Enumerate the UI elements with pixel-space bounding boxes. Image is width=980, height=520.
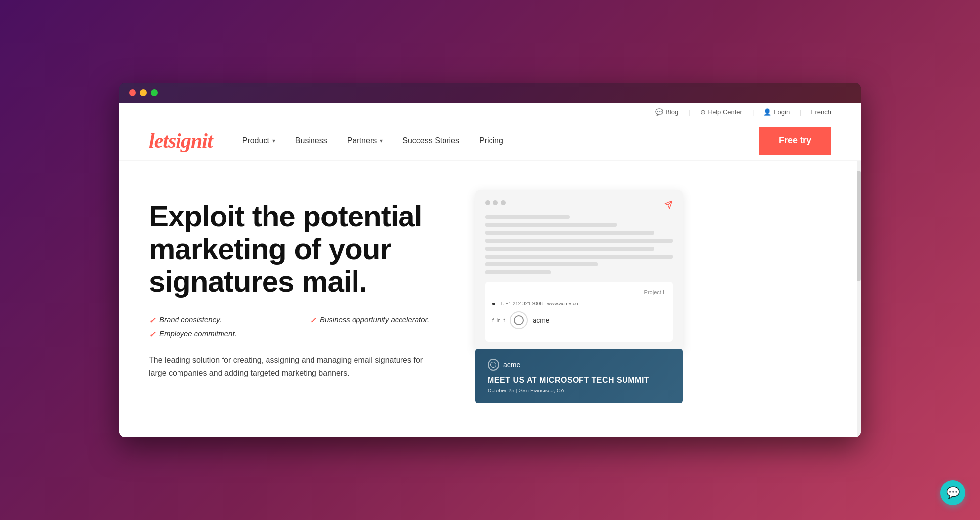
free-try-button[interactable]: Free try <box>759 127 831 155</box>
sig-project-label: — Project L <box>637 289 666 295</box>
email-window-dots <box>485 200 673 205</box>
sig-dot <box>492 303 495 305</box>
feature-employee-commitment: ✓ Employee commitment. <box>149 329 295 339</box>
product-label: Product <box>242 136 269 145</box>
browser-window: 💬 Blog | ⊙ Help Center | 👤 Login | Frenc… <box>119 83 861 437</box>
line-3 <box>485 239 673 243</box>
line-2 <box>485 231 654 235</box>
scrollbar[interactable] <box>857 161 861 437</box>
feature-brand-consistency: ✓ Brand consistency. <box>149 315 295 325</box>
banner-subtext: October 25 | San Francisco, CA <box>488 388 670 393</box>
chat-bubble-icon: 💬 <box>655 108 663 116</box>
banner-logo-text: acme <box>503 361 520 369</box>
product-chevron-icon: ▾ <box>272 137 275 144</box>
partners-label: Partners <box>347 136 377 145</box>
scrollbar-thumb <box>857 171 861 281</box>
line-subject <box>485 215 570 219</box>
separator-1: | <box>688 108 690 116</box>
nav-business[interactable]: Business <box>295 136 327 145</box>
success-stories-label: Success Stories <box>402 136 459 145</box>
hero-description: The leading solution for creating, assig… <box>149 354 426 379</box>
help-icon: ⊙ <box>700 108 706 116</box>
dot-3 <box>501 200 506 205</box>
hero-headline: Exploit the potential marketing of your … <box>149 200 455 298</box>
banner-logo-row: acme <box>488 359 670 371</box>
banner-content: acme MEET US AT MICROSOFT TECH SUMMIT Oc… <box>488 359 670 393</box>
sig-contact-text: T. +1 212 321 9008 - www.acme.co <box>500 301 578 306</box>
blog-label: Blog <box>666 108 678 116</box>
nav-success-stories[interactable]: Success Stories <box>402 136 459 145</box>
feature-3-text: Business opportunity accelerator. <box>320 315 429 324</box>
hero-features: ✓ Brand consistency. ✓ Business opportun… <box>149 315 455 339</box>
nav-cta: Free try <box>759 127 831 155</box>
check-icon-1: ✓ <box>149 316 155 325</box>
nav-partners[interactable]: Partners ▾ <box>347 136 383 145</box>
nav-pricing[interactable]: Pricing <box>479 136 503 145</box>
help-center-label: Help Center <box>708 108 742 116</box>
logo[interactable]: letsignit <box>149 130 213 151</box>
minimize-button[interactable] <box>140 89 147 96</box>
dot-1 <box>485 200 490 205</box>
check-icon-3: ✓ <box>310 316 316 325</box>
feature-business-opportunity: ✓ Business opportunity accelerator. <box>310 315 455 325</box>
pricing-label: Pricing <box>479 136 503 145</box>
business-label: Business <box>295 136 327 145</box>
nav-product[interactable]: Product ▾ <box>242 136 275 145</box>
chat-icon: 💬 <box>946 486 960 499</box>
line-7 <box>485 270 551 274</box>
sig-project-row: — Project L <box>492 289 666 295</box>
facebook-icon: f <box>492 318 494 323</box>
chat-button[interactable]: 💬 <box>940 480 965 505</box>
feature-2-text: Employee commitment. <box>159 329 237 338</box>
line-4 <box>485 247 654 251</box>
email-body-lines <box>485 215 673 274</box>
utility-bar: 💬 Blog | ⊙ Help Center | 👤 Login | Frenc… <box>119 103 861 121</box>
banner-mockup: acme MEET US AT MICROSOFT TECH SUMMIT Oc… <box>475 349 683 403</box>
sig-social-icons: f in t <box>492 318 505 323</box>
email-signature-area: — Project L T. +1 212 321 9008 - www.acm… <box>485 282 673 342</box>
user-icon: 👤 <box>763 108 771 116</box>
maximize-button[interactable] <box>151 89 158 96</box>
twitter-icon: t <box>504 318 505 323</box>
login-label: Login <box>774 108 790 116</box>
dot-2 <box>493 200 498 205</box>
sig-brand-name: acme <box>533 316 549 324</box>
login-link[interactable]: 👤 Login <box>763 108 790 116</box>
line-1 <box>485 223 617 227</box>
hero-section: Exploit the potential marketing of your … <box>119 161 861 437</box>
separator-2: | <box>752 108 754 116</box>
email-mockup: — Project L T. +1 212 321 9008 - www.acm… <box>475 190 683 351</box>
help-center-link[interactable]: ⊙ Help Center <box>700 108 742 116</box>
linkedin-icon: in <box>497 318 501 323</box>
blog-link[interactable]: 💬 Blog <box>655 108 678 116</box>
hero-content: Exploit the potential marketing of your … <box>149 190 455 379</box>
feature-1-text: Brand consistency. <box>159 315 222 324</box>
partners-chevron-icon: ▾ <box>380 137 383 144</box>
nav-links: Product ▾ Business Partners ▾ Success St… <box>242 136 759 145</box>
banner-logo-inner <box>490 362 496 368</box>
line-5 <box>485 255 673 259</box>
close-button[interactable] <box>129 89 136 96</box>
banner-logo-circle <box>488 359 499 371</box>
banner-headline: MEET US AT MICROSOFT TECH SUMMIT <box>488 376 670 385</box>
browser-chrome <box>119 83 861 103</box>
language-selector[interactable]: French <box>811 108 831 116</box>
email-mockup-wrapper: — Project L T. +1 212 321 9008 - www.acm… <box>475 190 683 403</box>
send-icon <box>664 200 673 212</box>
sig-brand-row: f in t acme <box>492 311 666 329</box>
logo-text: letsignit <box>149 130 213 152</box>
sig-contact-row: T. +1 212 321 9008 - www.acme.co <box>492 301 666 306</box>
line-6 <box>485 262 598 266</box>
sig-logo-inner <box>514 315 524 325</box>
language-label: French <box>811 108 831 116</box>
page-content: 💬 Blog | ⊙ Help Center | 👤 Login | Frenc… <box>119 103 861 437</box>
main-navigation: letsignit Product ▾ Business Partners ▾ … <box>119 121 861 161</box>
separator-3: | <box>800 108 801 116</box>
check-icon-2: ✓ <box>149 330 155 339</box>
sig-logo-circle <box>510 311 528 329</box>
